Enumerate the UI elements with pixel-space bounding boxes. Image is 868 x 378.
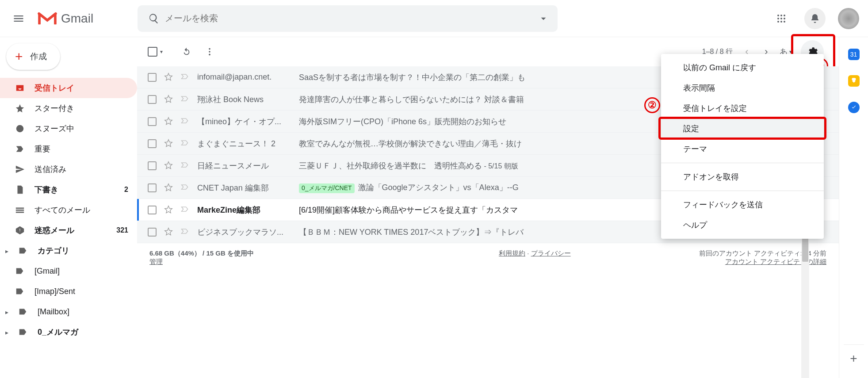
mail-sender: まぐまぐニュース！ 2 — [197, 138, 299, 149]
bell-icon — [810, 13, 820, 24]
star-button[interactable] — [164, 160, 174, 171]
settings-menu-item-0[interactable]: 以前の Gmail に戻す — [661, 57, 824, 78]
refresh-icon — [182, 47, 191, 57]
label-icon — [18, 327, 38, 337]
importance-marker[interactable] — [180, 183, 191, 193]
mail-checkbox[interactable] — [148, 95, 157, 104]
svg-point-3 — [780, 15, 782, 16]
sidebar-item-label: [Gmail] — [34, 267, 128, 276]
star-button[interactable] — [164, 138, 174, 149]
svg-point-5 — [777, 18, 779, 19]
terms-link[interactable]: 利用規約 — [499, 249, 525, 257]
label-icon — [18, 246, 38, 256]
sidebar-item-label: [Imap]/Sent — [34, 287, 128, 296]
importance-marker[interactable] — [180, 160, 191, 171]
sidebar-item-label-10[interactable]: [Imap]/Sent — [0, 281, 137, 302]
star-button[interactable] — [164, 72, 174, 83]
mail-checkbox[interactable] — [148, 73, 157, 82]
sidebar-item-label-9[interactable]: [Gmail] — [0, 261, 137, 281]
svg-point-9 — [780, 21, 782, 23]
mail-checkbox[interactable] — [148, 206, 157, 214]
tasks-addon-button[interactable] — [848, 102, 860, 113]
activity-details-link[interactable]: アカウント アクティビティの詳細 — [725, 258, 826, 265]
apps-grid-icon — [776, 13, 787, 24]
sidebar-item-label: すべてのメール — [34, 205, 128, 215]
star-button[interactable] — [164, 227, 174, 237]
clock-icon — [15, 124, 34, 134]
more-button[interactable] — [198, 40, 221, 63]
sidebar-item-label: 送信済み — [34, 164, 128, 175]
settings-menu-item-1[interactable]: 表示間隔 — [661, 78, 824, 98]
search-bar[interactable] — [138, 5, 558, 32]
google-apps-button[interactable] — [771, 8, 792, 29]
sidebar-item-spam-7[interactable]: !迷惑メール321 — [0, 220, 137, 241]
sidebar-item-important-3[interactable]: 重要 — [0, 139, 137, 159]
menu-separator — [661, 191, 824, 191]
sidebar-item-inbox-0[interactable]: 受信トレイ — [0, 78, 137, 98]
mail-label-tag[interactable]: 0_メルマガ/CNET — [299, 183, 355, 193]
sidebar: + 作成 受信トレイスター付きスヌーズ中重要送信済み下書き2すべてのメール!迷惑… — [0, 37, 137, 378]
importance-marker[interactable] — [180, 116, 191, 127]
gmail-m-icon — [37, 11, 57, 26]
account-avatar[interactable] — [838, 8, 859, 29]
settings-menu-item-4[interactable]: テーマ — [661, 139, 824, 159]
svg-point-2 — [777, 15, 779, 16]
sidebar-item-label-11[interactable]: [Mailbox] — [0, 302, 137, 322]
mail-checkbox[interactable] — [148, 183, 157, 192]
main-menu-button[interactable] — [5, 5, 32, 32]
mail-sender: CNET Japan 編集部 — [197, 183, 299, 193]
star-button[interactable] — [164, 205, 174, 215]
importance-marker[interactable] — [180, 205, 191, 215]
search-options-dropdown[interactable] — [535, 13, 552, 24]
importance-marker[interactable] — [180, 94, 191, 105]
compose-button[interactable]: + 作成 — [6, 43, 60, 70]
sidebar-item-label: 受信トレイ — [34, 83, 128, 93]
svg-rect-1 — [54, 13, 57, 24]
sidebar-item-allmail-6[interactable]: すべてのメール — [0, 200, 137, 220]
sidebar-item-sent-4[interactable]: 送信済み — [0, 159, 137, 179]
search-icon[interactable] — [143, 13, 165, 24]
sidebar-item-clock-2[interactable]: スヌーズ中 — [0, 118, 137, 139]
privacy-link[interactable]: プライバシー — [531, 249, 571, 257]
sidebar-item-draft-5[interactable]: 下書き2 — [0, 179, 137, 200]
sidebar-item-label: 重要 — [34, 144, 128, 154]
mail-checkbox[interactable] — [148, 117, 157, 126]
settings-menu-item-6[interactable]: フィードバックを送信 — [661, 195, 824, 215]
settings-menu-item-5[interactable]: アドオンを取得 — [661, 167, 824, 187]
sidebar-item-label: スヌーズ中 — [34, 123, 128, 134]
search-input[interactable] — [165, 13, 535, 23]
mail-checkbox[interactable] — [148, 228, 157, 237]
keep-addon-button[interactable] — [848, 75, 860, 87]
sidebar-item-label-12[interactable]: 0_メルマガ — [0, 322, 137, 342]
settings-menu-item-3[interactable]: 設定 — [661, 118, 824, 139]
get-addons-button[interactable]: + — [844, 344, 864, 365]
hamburger-icon — [12, 12, 25, 25]
mail-sender: 【mineo】ケイ・オプ... — [197, 116, 299, 127]
mail-checkbox[interactable] — [148, 139, 157, 148]
sidebar-item-star-1[interactable]: スター付き — [0, 98, 137, 118]
sidebar-item-label: 下書き — [34, 184, 124, 195]
star-button[interactable] — [164, 116, 174, 127]
menu-separator — [661, 163, 824, 163]
importance-marker[interactable] — [180, 72, 191, 83]
importance-marker[interactable] — [180, 227, 191, 237]
svg-point-8 — [777, 21, 779, 23]
svg-point-14 — [209, 51, 210, 53]
expand-icon — [5, 328, 8, 337]
settings-menu-item-7[interactable]: ヘルプ — [661, 215, 824, 235]
notifications-button[interactable] — [804, 8, 826, 29]
importance-marker[interactable] — [180, 138, 191, 149]
calendar-addon-button[interactable]: 31 — [848, 49, 860, 60]
settings-menu-item-2[interactable]: 受信トレイを設定 — [661, 98, 824, 118]
star-button[interactable] — [164, 183, 174, 193]
select-all-checkbox[interactable]: ▾ — [148, 47, 163, 57]
sidebar-item-label-8[interactable]: カテゴリ — [0, 241, 137, 261]
manage-storage-link[interactable]: 管理 — [149, 258, 163, 265]
tasks-icon — [851, 104, 857, 111]
refresh-button[interactable] — [175, 40, 198, 63]
gmail-logo[interactable]: Gmail — [37, 11, 93, 26]
star-button[interactable] — [164, 94, 174, 105]
mail-sender: 翔泳社 Book News — [197, 94, 299, 105]
mail-checkbox[interactable] — [148, 161, 157, 170]
svg-rect-0 — [38, 13, 41, 24]
